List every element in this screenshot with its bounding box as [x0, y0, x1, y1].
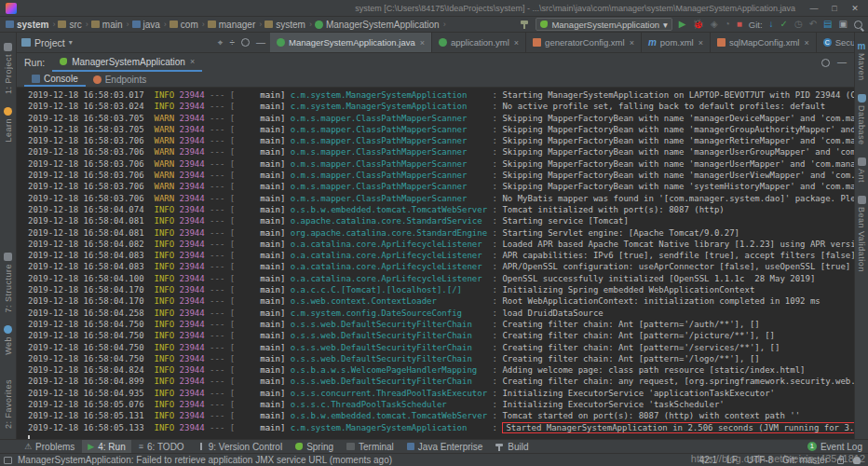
git-branch-indicator[interactable]: Git: master — [782, 455, 828, 465]
minimize-button[interactable]: — — [805, 4, 823, 13]
encoding-indicator[interactable]: UTF-8 — [747, 455, 773, 465]
caret-position[interactable]: 42:1 — [699, 455, 717, 465]
bottom-toolwindow-button[interactable]: Terminal — [341, 440, 400, 453]
tab-close-icon[interactable]: × — [514, 38, 519, 48]
toolwindow-stripe-button[interactable]: 1: Project — [4, 43, 13, 94]
run-config-tab[interactable]: ManagerSystemApplication × — [52, 53, 202, 72]
breadcrumb-item[interactable]: system › — [6, 20, 56, 30]
line-ending-indicator[interactable]: LF — [726, 455, 738, 465]
git-label: Git: — [749, 20, 763, 30]
lock-icon[interactable] — [837, 459, 844, 464]
toolwindow-stripe-button[interactable]: Web — [4, 325, 13, 355]
breadcrumb-item[interactable]: java › — [132, 20, 168, 30]
run-panel-subtabs: Console Endpoints — [17, 72, 854, 88]
breadcrumb-separator: › — [163, 20, 168, 29]
breadcrumb-icon — [58, 21, 66, 28]
status-message: ManagerSystemApplication: Failed to retr… — [18, 455, 392, 465]
run-subtab[interactable]: Endpoints — [86, 72, 154, 87]
gear-icon[interactable] — [821, 59, 830, 67]
toolwindow-stripe-button[interactable]: m Maven — [857, 42, 866, 81]
project-panel-title[interactable]: Project — [34, 37, 65, 48]
hide-panel-icon[interactable]: — — [837, 58, 847, 67]
editor-tab[interactable]: generatorConfig.xml × — [526, 33, 642, 52]
history-icon[interactable]: ◷ — [794, 20, 803, 29]
log-line: 2019-12-18 16:58:05.076 INFO 23944 --- [… — [28, 399, 854, 410]
run-configuration-select[interactable]: ManagerSystemApplication ▾ — [536, 18, 671, 31]
project-panel-header: Project ▾ ⌖ ÷ — — [17, 33, 270, 52]
tab-close-icon[interactable]: × — [420, 38, 425, 48]
ide-window: system [C:\Users\84175\IdeaProjects\syst… — [0, 0, 868, 466]
log-line: 2019-12-18 16:58:04.082 INFO 23944 --- [… — [28, 239, 854, 250]
maximize-button[interactable]: □ — [825, 4, 844, 13]
bottom-toolwindow-button[interactable]: ⚠ Problems — [19, 440, 80, 453]
breadcrumb-icon — [6, 21, 14, 28]
toolwindow-icon — [4, 43, 12, 51]
tab-close-icon[interactable]: × — [698, 38, 703, 48]
breadcrumb-item[interactable]: src › — [58, 20, 88, 30]
tab-close-icon[interactable]: × — [190, 57, 195, 66]
log-line: 2019-12-18 16:58:04.100 INFO 23944 --- [… — [28, 273, 854, 284]
breadcrumb-icon — [208, 21, 216, 28]
log-line: 2019-12-18 16:58:04.074 INFO 23944 --- [… — [28, 204, 854, 215]
toolwindow-stripe-button[interactable]: Learn — [4, 107, 13, 143]
collapse-all-icon[interactable]: ÷ — [230, 38, 236, 48]
breadcrumb-icon — [170, 21, 178, 28]
profiler-button[interactable]: ◔ — [725, 20, 730, 29]
run-subtab[interactable]: Console — [24, 72, 86, 87]
breadcrumb-item[interactable]: manager › — [208, 20, 263, 30]
toolwindow-stripe-button[interactable]: Ant — [857, 158, 866, 183]
log-line: 2019-12-18 16:58:04.750 INFO 23944 --- [… — [28, 342, 854, 353]
event-log-button[interactable]: 1 Event Log — [807, 442, 862, 452]
toolwindow-stripe-button[interactable]: 2: Favorites — [4, 368, 13, 429]
locate-file-icon[interactable]: ⌖ — [218, 38, 224, 48]
toolwindow-stripe-button[interactable]: 7: Structure — [4, 253, 13, 313]
breadcrumb-item[interactable]: system › — [264, 20, 313, 30]
notification-bell-icon[interactable] — [853, 457, 861, 464]
bottom-toolwindow-button[interactable]: Build — [490, 440, 534, 453]
restore-layout-icon[interactable]: ▣ — [839, 20, 848, 29]
bottom-toolwindow-button[interactable]: ≡ 6: TODO — [133, 440, 190, 453]
editor-tab[interactable]: m pom.xml × — [642, 33, 711, 52]
toolwindow-stripe-button[interactable]: Database — [857, 94, 866, 145]
toolwindow-icon — [407, 443, 414, 450]
git-commit-icon[interactable]: ✓ — [780, 20, 788, 29]
editor-tab[interactable]: C SecurityConfig.java × — [817, 33, 854, 52]
run-panel-header: Run: ManagerSystemApplication × — — [17, 53, 854, 72]
editor-tabs-row: Project ▾ ⌖ ÷ — ManagerSystemApplication… — [17, 33, 854, 53]
debug-button[interactable]: 🐞 — [693, 20, 704, 29]
console-output[interactable]: 2019-12-18 16:58:03.017 INFO 23944 --- [… — [17, 88, 854, 439]
bottom-toolwindow-button[interactable]: ▶ 4: Run — [82, 440, 130, 453]
editor-tab[interactable]: ManagerSystemApplication.java × — [270, 33, 432, 52]
breadcrumb-separator: › — [85, 20, 89, 29]
run-button[interactable]: ▶ — [679, 20, 686, 29]
breadcrumb-item[interactable]: com › — [170, 20, 206, 30]
stop-button[interactable]: ■ — [737, 20, 742, 29]
bottom-toolwindow-button[interactable]: 9: Version Control — [192, 440, 289, 453]
build-icon[interactable] — [520, 20, 529, 29]
changes-icon[interactable]: ▤ — [823, 20, 832, 29]
toolwindow-switcher-icon[interactable] — [4, 457, 12, 464]
editor-tab[interactable]: sqlMapConfig.xml × — [711, 33, 817, 52]
chevron-down-icon: ▾ — [69, 38, 73, 47]
gear-icon[interactable] — [241, 38, 250, 47]
breadcrumb-item[interactable]: main › — [91, 20, 130, 30]
breadcrumb-item[interactable]: ManagerSystemApplication › — [315, 20, 447, 30]
close-button[interactable]: ✕ — [846, 4, 864, 13]
bottom-toolwindow-button[interactable]: Spring — [290, 440, 339, 453]
file-type-icon — [717, 38, 726, 47]
toolwindow-stripe-button[interactable]: Bean Validation — [857, 196, 866, 272]
search-everywhere-icon[interactable] — [854, 21, 862, 29]
hide-panel-icon[interactable]: — — [256, 38, 265, 48]
log-line: 2019-12-18 16:58:03.017 INFO 23944 --- [… — [28, 89, 854, 101]
tab-close-icon[interactable]: × — [804, 38, 808, 48]
tab-close-icon[interactable]: × — [630, 38, 634, 48]
rollback-icon[interactable]: ↶ — [809, 20, 817, 29]
editor-tab[interactable]: application.yml × — [432, 33, 526, 52]
coverage-button[interactable]: ◈ — [711, 20, 718, 29]
toolwindow-icon — [4, 368, 12, 377]
spring-icon — [60, 58, 67, 65]
git-update-icon[interactable]: ↓ — [769, 20, 774, 29]
bottom-toolwindow-button[interactable]: Java Enterprise — [401, 440, 488, 453]
log-line: 2019-12-18 16:58:04.083 INFO 23944 --- [… — [28, 250, 854, 261]
toolwindow-icon — [4, 325, 12, 334]
